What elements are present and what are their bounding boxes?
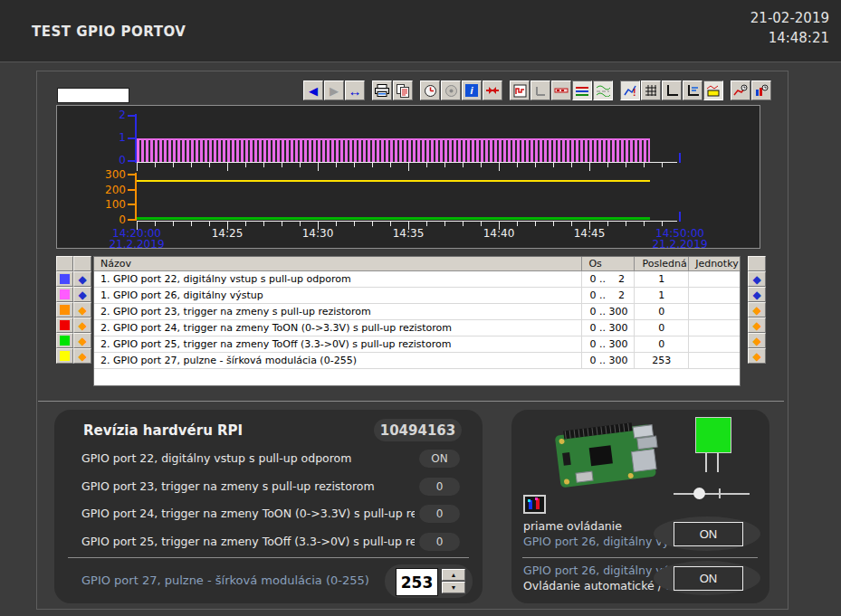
- series-marker-button[interactable]: [73, 348, 91, 364]
- horizontal-separator: [38, 401, 784, 402]
- marker-header-cell[interactable]: [748, 256, 766, 271]
- panel-divider: [68, 557, 469, 558]
- series-color-button[interactable]: [56, 333, 73, 348]
- trends-list-icon[interactable]: [572, 81, 592, 100]
- diamond-icon: [78, 274, 86, 285]
- axes-description-icon[interactable]: [683, 81, 702, 100]
- copy-icon[interactable]: [393, 81, 413, 100]
- series-color-button[interactable]: [56, 348, 73, 364]
- time-range-icon[interactable]: [420, 81, 440, 100]
- alarm-trend-icon[interactable]: !: [620, 81, 640, 100]
- x-start-date: 21.2.2019: [102, 238, 171, 251]
- trend-chart[interactable]: 2 1 0 300 200 100 0 14:25 14:30 14:35 14…: [56, 105, 760, 249]
- digital-axis-tick: 2: [102, 109, 126, 120]
- digital-axis-end-tick: [679, 153, 681, 163]
- series-marker-button[interactable]: [748, 302, 766, 317]
- trigger-series-gpio25: [137, 217, 650, 220]
- print-icon[interactable]: [372, 81, 392, 100]
- series-marker-button[interactable]: [73, 317, 91, 333]
- spinner-up-icon[interactable]: [442, 569, 465, 581]
- axes-icon[interactable]: [662, 81, 682, 100]
- svg-text:!: !: [633, 87, 636, 97]
- gpio23-label: GPIO port 23, trigger na zmeny s pull-up…: [81, 478, 415, 496]
- info-icon[interactable]: i: [462, 81, 482, 100]
- slider-handle[interactable]: [693, 488, 705, 499]
- panel-title: Revízia hardvéru RPI: [83, 422, 243, 439]
- pwm-value-input[interactable]: 253: [396, 568, 438, 596]
- smoothed-curves-icon[interactable]: [593, 81, 613, 100]
- x-tick-label: 14:40: [472, 227, 526, 240]
- forward-icon[interactable]: ▶: [324, 81, 344, 100]
- gpio26-auto-on-button[interactable]: ON: [674, 566, 743, 591]
- zoom-icon[interactable]: [510, 81, 530, 100]
- series-marker-button[interactable]: [748, 271, 766, 287]
- legend-icon[interactable]: [703, 81, 723, 100]
- application-window: TEST GPIO PORTOV 21-02-2019 14:48:21 ◀ ▶…: [0, 0, 841, 616]
- analog-axis-end-tick: [679, 212, 681, 222]
- chart-shortcut-icon[interactable]: [523, 495, 546, 514]
- gpio25-value[interactable]: 0: [419, 533, 460, 551]
- slider-tick: [719, 488, 721, 498]
- col-header-posledna[interactable]: Posledná: [635, 257, 689, 271]
- gpio27-pwm-label: GPIO port 27, pulzne - šírková modulácia…: [81, 572, 380, 590]
- direct-control-line2: GPIO port 26, digitálny výstup: [523, 534, 674, 549]
- analog-axis-tick: 300: [97, 169, 126, 180]
- series-marker-button[interactable]: [73, 271, 91, 287]
- grid-icon[interactable]: [641, 81, 661, 100]
- marks-icon[interactable]: [483, 81, 502, 100]
- history-bars-icon[interactable]: [751, 81, 771, 100]
- series-marker-button[interactable]: [748, 287, 766, 302]
- diamond-icon: [752, 274, 760, 285]
- diamond-icon: [752, 289, 760, 300]
- gpio26-panel: priame ovládanie GPIO port 26, digitálny…: [511, 410, 769, 603]
- series-color-button[interactable]: [56, 302, 73, 317]
- zoom-out-icon[interactable]: [530, 81, 550, 100]
- table-row[interactable]: 2. GPIO port 23, trigger na zmeny s pull…: [94, 304, 740, 320]
- current-time-icon[interactable]: [441, 81, 461, 100]
- gpio22-state[interactable]: ON: [419, 450, 460, 468]
- table-row[interactable]: 1. GPIO port 26, digitálny výstup0 .. 21: [94, 288, 740, 304]
- table-row[interactable]: 1. GPIO port 22, digitálny vstup s pull-…: [94, 271, 740, 288]
- diamond-icon: [752, 351, 760, 362]
- series-color-swatch: [60, 305, 70, 315]
- trend-name-box[interactable]: [57, 88, 129, 103]
- gpio25-label: GPIO port 25, trigger na zmeny ToOff (3.…: [81, 533, 415, 551]
- spinner-down-icon[interactable]: [442, 582, 465, 593]
- table-row[interactable]: 2. GPIO port 25, trigger na zmeny ToOff …: [94, 336, 740, 353]
- slider-track[interactable]: [674, 493, 750, 495]
- x-end-date: 21.2.2019: [645, 238, 714, 251]
- series-marker-button[interactable]: [748, 333, 766, 348]
- gpio26-direct-on-button[interactable]: ON: [674, 522, 743, 546]
- series-marker-button[interactable]: [748, 348, 766, 364]
- gpio24-value[interactable]: 0: [419, 505, 460, 523]
- analog-axis-tick: 200: [97, 185, 126, 195]
- cursor-icon[interactable]: [551, 81, 571, 100]
- gpio23-value[interactable]: 0: [419, 478, 460, 496]
- series-color-button[interactable]: [56, 317, 73, 333]
- marker-header-cell[interactable]: [73, 256, 91, 271]
- fit-time-axis-icon[interactable]: ↔: [345, 81, 365, 100]
- col-header-nazov[interactable]: Názov: [94, 257, 582, 271]
- table-row[interactable]: 2. GPIO port 24, trigger na zmeny ToON (…: [94, 320, 740, 336]
- datetime-display: 21-02-2019 14:48:21: [750, 8, 829, 48]
- diamond-icon: [78, 320, 86, 331]
- trend-toolbar: ◀ ▶ ↔ i !: [303, 81, 771, 100]
- history-trend-icon[interactable]: [731, 81, 750, 100]
- table-header-row: Názov Os Posledná Jednotky: [94, 257, 740, 271]
- col-header-os[interactable]: Os: [582, 257, 635, 271]
- auto-control-line2: Ovládanie automatické / dialógové: [523, 578, 674, 593]
- series-color-button[interactable]: [56, 287, 73, 302]
- digital-axis-tick: 1: [102, 132, 126, 143]
- series-marker-button[interactable]: [73, 302, 91, 317]
- direct-control-text: priame ovládanie GPIO port 26, digitálny…: [523, 518, 674, 549]
- table-row[interactable]: 2. GPIO port 27, pulzne - šírková modulá…: [94, 353, 740, 369]
- series-marker-button[interactable]: [73, 333, 91, 348]
- gpio24-label: GPIO port 24, trigger na zmeny ToON (0->…: [81, 505, 415, 523]
- back-icon[interactable]: ◀: [303, 81, 323, 100]
- swatch-header-cell[interactable]: [56, 256, 73, 271]
- series-color-button[interactable]: [56, 271, 73, 287]
- series-color-swatch: [60, 336, 70, 346]
- col-header-jednotky[interactable]: Jednotky: [689, 257, 740, 271]
- series-marker-button[interactable]: [748, 317, 766, 333]
- series-marker-button[interactable]: [73, 287, 91, 302]
